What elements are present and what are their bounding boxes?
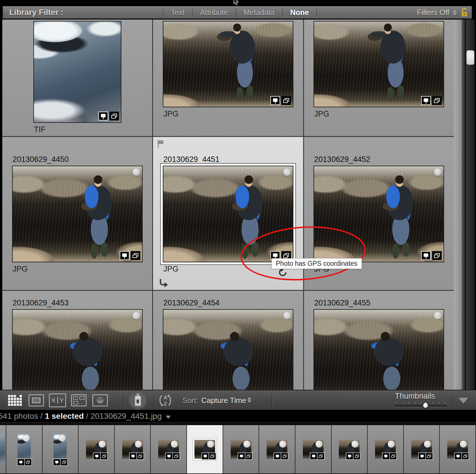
photo-thumbnail-river[interactable] — [163, 310, 293, 390]
photo-cell-tif[interactable]: TIF — [2, 20, 152, 136]
survey-view-button[interactable]: ... — [70, 393, 87, 407]
thumbnail-size-slider[interactable] — [395, 402, 447, 409]
filter-tab-text[interactable]: Text — [163, 8, 192, 17]
photo-thumbnail-river[interactable] — [13, 166, 142, 262]
gps-badge[interactable] — [120, 251, 129, 260]
gps-badge[interactable] — [346, 453, 353, 459]
copies-badge[interactable] — [353, 453, 360, 459]
gps-badge[interactable] — [455, 453, 461, 459]
sort-dropdown-arrows-icon[interactable] — [247, 397, 251, 403]
copies-badge[interactable] — [426, 453, 433, 459]
selection-circle[interactable] — [23, 435, 30, 441]
toolbar-disclosure-triangle[interactable] — [458, 398, 468, 404]
selection-circle[interactable] — [99, 441, 106, 448]
selection-circle[interactable] — [283, 168, 291, 176]
copies-badge[interactable] — [209, 453, 216, 459]
selection-circle[interactable] — [207, 441, 214, 448]
selection-circle[interactable] — [279, 441, 286, 448]
gps-badge[interactable] — [93, 453, 100, 459]
copies-badge[interactable] — [318, 453, 324, 459]
gps-badge[interactable] — [270, 96, 280, 105]
gps-badge[interactable] — [238, 453, 245, 459]
selection-circle[interactable] — [388, 441, 395, 448]
gps-badge[interactable] — [383, 453, 389, 459]
selection-circle[interactable] — [133, 168, 140, 176]
photo-cell-4455[interactable]: 20130629_4455 — [304, 291, 454, 390]
copies-badge[interactable] — [432, 251, 442, 260]
filter-lock-icon[interactable] — [460, 7, 468, 18]
selection-circle[interactable] — [434, 168, 441, 176]
filmstrip-cell[interactable] — [6, 425, 43, 473]
filmstrip-cell[interactable] — [332, 425, 368, 473]
filmstrip-cell-selected[interactable] — [187, 425, 223, 473]
filmstrip-cell[interactable] — [0, 425, 6, 473]
filter-tab-none[interactable]: None — [283, 8, 316, 17]
selection-circle[interactable] — [133, 312, 140, 319]
filmstrip-cell[interactable] — [295, 425, 332, 473]
gps-badge[interactable] — [53, 459, 60, 465]
sort-value-dropdown[interactable]: Capture Time — [201, 390, 246, 410]
gps-badge[interactable] — [419, 453, 425, 459]
filmstrip-cell[interactable] — [43, 425, 79, 473]
photo-thumbnail-river[interactable] — [314, 310, 443, 390]
grid-view-button[interactable] — [6, 393, 24, 407]
compare-view-button[interactable]: XY — [49, 393, 66, 407]
loupe-view-button[interactable] — [28, 393, 45, 407]
gps-badge[interactable] — [18, 459, 24, 465]
slider-track[interactable] — [395, 405, 447, 407]
selection-circle[interactable] — [424, 441, 431, 448]
filter-tab-attribute[interactable]: Attribute — [193, 8, 236, 17]
copies-badge[interactable] — [61, 459, 67, 465]
gps-badge[interactable] — [130, 453, 136, 459]
photo-thumbnail-river[interactable] — [314, 22, 443, 107]
filters-dropdown-arrows-icon[interactable] — [453, 10, 457, 15]
copies-badge[interactable] — [25, 459, 31, 465]
gps-badge[interactable] — [421, 251, 431, 260]
painter-tool-button[interactable] — [128, 391, 147, 410]
copies-badge[interactable] — [462, 453, 469, 459]
selection-circle[interactable] — [135, 441, 142, 448]
copies-badge[interactable] — [173, 453, 179, 459]
photo-thumbnail-snow[interactable] — [34, 22, 121, 122]
filters-off-dropdown[interactable]: Filters Off — [417, 8, 449, 17]
filmstrip-cell[interactable] — [223, 425, 259, 473]
photo-thumbnail-river[interactable] — [13, 310, 142, 390]
grid-scrollbar-thumb[interactable] — [467, 50, 474, 65]
filmstrip-cell[interactable] — [259, 425, 295, 473]
photo-cell-4450[interactable]: 20130629_4450 JPG — [2, 137, 152, 290]
selection-circle[interactable] — [460, 441, 467, 448]
filmstrip-cell[interactable] — [368, 425, 404, 473]
pick-flag-icon[interactable] — [156, 139, 165, 150]
selected-filename-text[interactable]: / 20130629_4451.jpg — [86, 412, 162, 421]
filmstrip-cell[interactable] — [115, 425, 151, 473]
selection-circle[interactable] — [434, 312, 441, 319]
people-view-button[interactable] — [91, 393, 109, 407]
copies-badge[interactable] — [109, 112, 119, 121]
filmstrip-cell[interactable] — [440, 425, 476, 473]
curved-arrow-icon[interactable] — [159, 278, 169, 288]
selection-circle[interactable] — [351, 441, 358, 448]
gps-badge[interactable] — [421, 96, 431, 105]
selection-circle[interactable] — [283, 312, 291, 319]
copies-badge[interactable] — [101, 453, 107, 459]
photo-cell-4453[interactable]: 20130629_4453 — [2, 291, 152, 390]
filmstrip-cell[interactable] — [404, 425, 440, 473]
copies-badge[interactable] — [245, 453, 252, 459]
filmstrip-cell[interactable] — [151, 425, 187, 473]
photo-cell-4454[interactable]: 20130629_4454 — [153, 291, 303, 390]
copies-badge[interactable] — [281, 453, 288, 459]
gps-badge[interactable] — [166, 453, 172, 459]
copies-badge[interactable] — [131, 251, 140, 260]
gps-badge[interactable] — [98, 112, 108, 121]
filter-tab-metadata[interactable]: Metadata — [236, 8, 282, 17]
gps-badge[interactable] — [274, 453, 281, 459]
photo-thumbnail-river[interactable] — [163, 22, 293, 107]
copies-badge[interactable] — [281, 96, 291, 105]
filename-dropdown-caret-icon[interactable] — [166, 416, 171, 419]
gps-badge[interactable] — [202, 453, 209, 459]
selection-circle[interactable] — [243, 441, 250, 448]
photo-cell[interactable]: JPG — [153, 20, 303, 136]
grid-scrollbar-track[interactable] — [466, 20, 475, 390]
selection-circle[interactable] — [316, 441, 322, 448]
photo-cell[interactable]: JPG — [304, 20, 454, 136]
